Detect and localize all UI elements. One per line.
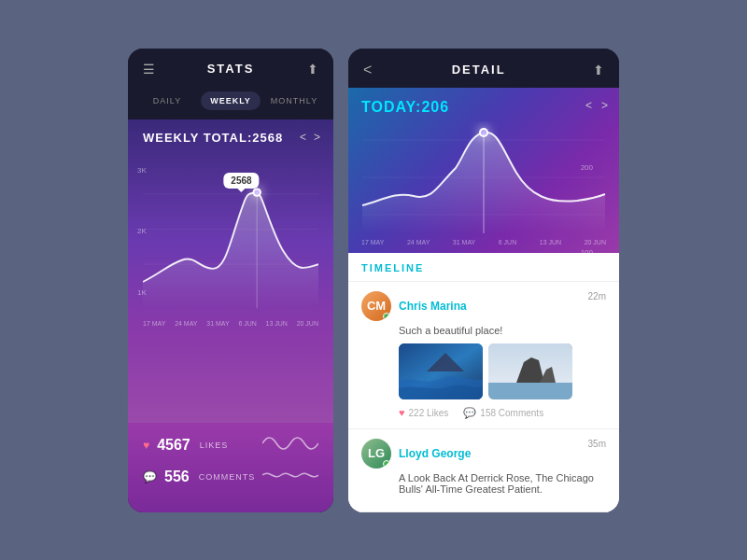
stats-chart-title: WEEKLY TOTAL:2568	[143, 131, 318, 145]
post-image-ocean	[399, 343, 483, 399]
chart-tooltip: 2568	[223, 173, 259, 189]
likes-wave	[262, 434, 318, 456]
comments-row: 💬 556 COMMENTS	[143, 466, 318, 488]
item-2-info: Lloyd George	[399, 447, 581, 460]
chris-footer: ♥ 222 Likes 💬 158 Comments	[361, 407, 606, 419]
stats-title: STATS	[162, 62, 300, 76]
lloyd-avatar: LG	[361, 439, 391, 469]
likes-label: LIKES	[200, 441, 229, 450]
x-label-24may: 24 MAY	[175, 320, 197, 327]
detail-x-labels: 17 MAY 24 MAY 31 MAY 6 JUN 13 JUN 20 JUN	[361, 237, 606, 253]
chris-name: Chris Marina	[399, 300, 581, 313]
x-label-20jun: 20 JUN	[297, 320, 318, 327]
stats-panel: ☰ STATS ⬆ DAILY WEEKLY MONTHLY WEEKLY TO…	[128, 49, 333, 512]
detail-chart-svg	[361, 121, 606, 233]
detail-header: < DETAIL ⬆	[348, 49, 619, 88]
detail-x-13jun: 13 JUN	[540, 239, 561, 245]
detail-chart-nav: < >	[585, 99, 608, 112]
detail-share-icon[interactable]: ⬆	[585, 63, 604, 77]
lloyd-time: 35m	[588, 439, 606, 449]
detail-title: DETAIL	[372, 63, 585, 77]
chris-images	[361, 343, 606, 399]
heart-icon: ♥	[143, 439, 149, 452]
x-label-6jun: 6 JUN	[238, 320, 256, 327]
timeline-header: TIMELINE	[348, 253, 619, 282]
detail-panel: < DETAIL ⬆ TODAY:206 < > 200 100	[348, 49, 619, 512]
detail-chart-title: TODAY:206	[361, 99, 606, 116]
likes-count-post1: 222 Likes	[409, 408, 449, 418]
detail-x-31may: 31 MAY	[453, 239, 475, 245]
comments-wave	[262, 466, 318, 488]
tab-daily[interactable]: DAILY	[137, 91, 197, 110]
x-label-31may: 31 MAY	[206, 320, 229, 327]
detail-nav-next[interactable]: >	[601, 99, 608, 112]
item-1-header: CM Chris Marina 22m	[361, 291, 606, 321]
comments-count-post1: 158 Comments	[480, 408, 543, 418]
likes-stat: ♥ 222 Likes	[399, 407, 448, 418]
likes-heart-icon: ♥	[399, 407, 405, 418]
stats-tab-bar: DAILY WEEKLY MONTHLY	[128, 86, 333, 119]
detail-nav-prev[interactable]: <	[585, 99, 592, 112]
comments-count: 556	[164, 469, 190, 485]
stats-share-icon[interactable]: ⬆	[300, 62, 318, 77]
timeline-section: TIMELINE CM Chris Marina 22m Such a beau…	[348, 253, 619, 512]
detail-y-200: 200	[581, 163, 593, 172]
post-image-rock	[488, 343, 572, 399]
chris-avatar: CM	[361, 291, 391, 321]
back-icon[interactable]: <	[363, 62, 372, 78]
lloyd-text: A Look Back At Derrick Rose, The Chicago…	[361, 472, 606, 495]
chris-text: Such a beautiful place!	[361, 325, 606, 336]
stats-chart-area: WEEKLY TOTAL:2568 < > 3K 2K 1K 2568	[128, 119, 333, 423]
stats-x-labels: 17 MAY 24 MAY 31 MAY 6 JUN 13 JUN 20 JUN	[143, 316, 318, 330]
likes-count: 4567	[157, 437, 190, 454]
timeline-item-1: CM Chris Marina 22m Such a beautiful pla…	[348, 282, 619, 429]
detail-x-6jun: 6 JUN	[499, 239, 516, 245]
x-label-13jun: 13 JUN	[266, 320, 288, 327]
timeline-item-2: LG Lloyd George 35m A Look Back At Derri…	[348, 429, 619, 512]
comments-bubble-icon: 💬	[463, 407, 476, 419]
detail-y-100: 100	[581, 248, 593, 257]
x-label-17may: 17 MAY	[143, 320, 165, 327]
detail-chart-area: TODAY:206 < > 200 100	[348, 88, 619, 253]
svg-rect-14	[488, 383, 572, 399]
detail-y-labels: 200 100	[581, 163, 593, 257]
comments-label: COMMENTS	[199, 472, 256, 482]
stats-bottom: ♥ 4567 LIKES 💬 556 COMMENTS	[128, 423, 333, 512]
menu-icon[interactable]: ☰	[143, 62, 162, 77]
item-2-header: LG Lloyd George 35m	[361, 439, 606, 469]
comments-stat: 💬 158 Comments	[463, 407, 543, 419]
tab-monthly[interactable]: MONTHLY	[264, 91, 324, 110]
stats-header: ☰ STATS ⬆	[128, 49, 333, 86]
online-dot	[383, 313, 390, 320]
lloyd-online-dot	[383, 460, 390, 468]
chart-nav-next[interactable]: >	[314, 131, 320, 144]
chart-nav-prev[interactable]: <	[300, 131, 306, 144]
lloyd-name: Lloyd George	[399, 447, 581, 460]
stats-chart-svg-container: 2568	[143, 163, 318, 316]
chris-time: 22m	[588, 291, 606, 301]
tab-weekly[interactable]: WEEKLY	[201, 91, 261, 110]
item-1-info: Chris Marina	[399, 300, 581, 313]
comment-icon: 💬	[143, 470, 157, 483]
stats-chart-nav: < >	[300, 131, 320, 144]
likes-row: ♥ 4567 LIKES	[143, 434, 318, 456]
detail-x-17may: 17 MAY	[361, 239, 384, 245]
detail-x-24may: 24 MAY	[407, 239, 430, 245]
